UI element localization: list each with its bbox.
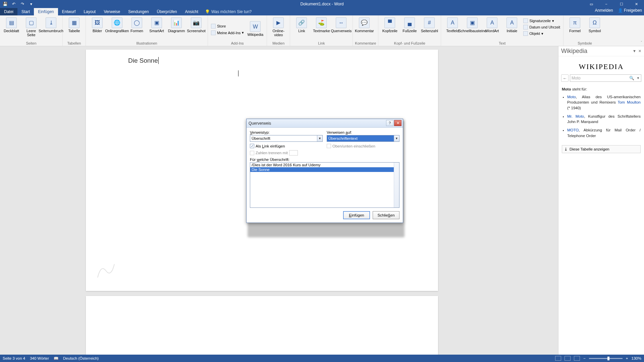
wikipedia-pane: Wikipedia ▼ ✕ WIKIPEDIA ← Moto 🔍 ▼ Moto …: [558, 46, 644, 355]
undo-icon[interactable]: ↶: [11, 1, 17, 7]
document-heading[interactable]: Die Sonne: [128, 57, 159, 64]
datum-uhrzeit-button[interactable]: Datum und Uhrzeit: [522, 24, 561, 30]
pane-close-icon[interactable]: ✕: [638, 49, 641, 53]
save-icon[interactable]: 💾: [2, 1, 8, 7]
schnellbausteine-button[interactable]: ▣Schnellbausteine: [463, 16, 482, 33]
fusszeile-button[interactable]: ▄Fußzeile: [400, 16, 419, 33]
wiki-link[interactable]: Mr. Moto: [567, 114, 584, 118]
formel-button[interactable]: πFormel: [566, 16, 584, 33]
status-page[interactable]: Seite 3 von 4: [3, 356, 25, 360]
wiki-link[interactable]: Tom Moulton: [618, 100, 641, 104]
wiki-link[interactable]: Moto: [567, 95, 576, 99]
tab-entwurf[interactable]: Entwurf: [58, 8, 80, 15]
dialog-help-icon[interactable]: ?: [386, 120, 393, 126]
einfuegen-button[interactable]: Einfügen: [343, 211, 370, 219]
status-language[interactable]: Deutsch (Österreich): [63, 356, 99, 360]
checkbox-checked-icon: ✓: [250, 144, 254, 148]
tab-einfuegen[interactable]: Einfügen: [34, 8, 58, 15]
minimize-icon[interactable]: −: [599, 0, 614, 8]
collapse-ribbon-icon[interactable]: ˇ: [641, 41, 642, 45]
onlinevideo-button[interactable]: ▶Online-video: [269, 16, 288, 37]
print-layout-icon[interactable]: [565, 356, 571, 361]
tab-start[interactable]: Start: [17, 8, 34, 15]
screenshot-button[interactable]: 📷Screenshot: [187, 16, 206, 33]
wiki-search-input[interactable]: Moto 🔍 ▼: [570, 74, 641, 82]
symbol-button[interactable]: ΩSymbol: [585, 16, 604, 33]
als-link-checkbox[interactable]: ✓Als Link einfügen: [250, 144, 323, 148]
hyperlink-icon: 🔗: [296, 17, 307, 28]
tabelle-button[interactable]: ▦Tabelle: [65, 16, 84, 33]
ribbon-group-medien: ▶Online-video Medien: [267, 15, 290, 46]
read-mode-icon[interactable]: [555, 356, 561, 361]
objekt-button[interactable]: Objekt ▾: [522, 31, 561, 36]
group-label-medien: Medien: [269, 41, 288, 46]
statusbar: Seite 3 von 4 340 Wörter 📖 Deutsch (Öste…: [0, 355, 644, 362]
wikipedia-icon: W: [250, 21, 261, 32]
wikipedia-button[interactable]: WWikipedia: [246, 20, 265, 37]
zoom-level[interactable]: 130%: [632, 356, 641, 360]
verweistyp-combo[interactable]: Überschrift▼: [250, 135, 323, 142]
querverweis-button[interactable]: ↔Querverweis: [332, 16, 351, 33]
checkbox-icon: [327, 144, 331, 148]
wiki-show-table-button[interactable]: ⤓ Diese Tabelle anzeigen: [562, 145, 641, 153]
search-icon[interactable]: 🔍: [629, 76, 634, 80]
signin-link[interactable]: Anmelden: [595, 8, 613, 13]
dialog-titlebar[interactable]: Querverweis ? ✕: [247, 119, 403, 128]
initiale-button[interactable]: AInitiale: [502, 16, 521, 33]
zoom-out-icon[interactable]: −: [583, 356, 586, 360]
seitenzahl-button[interactable]: #Seitenzahl: [420, 16, 439, 33]
tab-layout[interactable]: Layout: [79, 8, 100, 15]
list-item[interactable]: Die Sonne: [250, 167, 399, 172]
qat-customize-icon[interactable]: ▾: [28, 1, 34, 7]
tab-verweise[interactable]: Verweise: [100, 8, 124, 15]
ribbon-group-kommentare: 💬Kommentar Kommentare: [353, 15, 378, 46]
pane-options-icon[interactable]: ▼: [633, 49, 636, 53]
redo-icon[interactable]: ↷: [19, 1, 25, 7]
heading-listbox[interactable]: /Dies ist der Word 2016 Kurs auf Udemy D…: [250, 162, 399, 208]
verweisen-auf-combo[interactable]: Überschriftentext▼: [327, 135, 399, 142]
chevron-down-icon[interactable]: ▼: [637, 76, 640, 80]
link-button[interactable]: 🔗Link: [292, 16, 311, 33]
status-words[interactable]: 340 Wörter: [30, 356, 49, 360]
chevron-down-icon[interactable]: ▼: [394, 135, 399, 141]
schliessen-button[interactable]: Schließen: [373, 211, 399, 219]
wiki-link[interactable]: MOTO: [567, 128, 579, 132]
deckblatt-button[interactable]: ▤Deckblatt: [2, 16, 21, 33]
onlinegrafiken-button[interactable]: 🌐Onlinegrafiken: [108, 16, 126, 33]
list-item[interactable]: /Dies ist der Word 2016 Kurs auf Udemy: [250, 163, 399, 167]
diagramm-button[interactable]: 📊Diagramm: [167, 16, 186, 33]
close-icon[interactable]: ✕: [629, 0, 644, 8]
listbox-scrollbar[interactable]: [394, 163, 399, 207]
wikipedia-logo: WIKIPEDIA: [558, 62, 644, 71]
share-button[interactable]: 👤 Freigeben: [618, 8, 642, 13]
ribbon-display-options-icon[interactable]: ▭: [584, 0, 599, 8]
kopfzeile-button[interactable]: ▀Kopfzeile: [380, 16, 399, 33]
wordart-button[interactable]: AWordArt: [483, 16, 501, 33]
seitenumbruch-button[interactable]: ⤓Seitenumbruch: [42, 16, 60, 33]
store-button[interactable]: Store: [210, 23, 245, 29]
leere-seite-button[interactable]: ▢Leere Seite: [22, 16, 41, 37]
tab-file[interactable]: Datei: [0, 8, 17, 15]
zoom-in-icon[interactable]: +: [626, 356, 628, 360]
bilder-button[interactable]: 🖼Bilder: [88, 16, 107, 33]
web-layout-icon[interactable]: [574, 356, 580, 361]
table-icon: ▦: [69, 17, 79, 28]
tab-sendungen[interactable]: Sendungen: [124, 8, 153, 15]
zoom-slider[interactable]: [589, 358, 623, 359]
tell-me-search[interactable]: 💡 Was möchten Sie tun?: [205, 8, 252, 15]
formen-button[interactable]: ◯Formen: [127, 16, 146, 33]
meine-addins-button[interactable]: Meine Add-Ins ▾: [210, 30, 245, 36]
titlebar: 💾 ↶ ↷ ▾ Dokument1.docx - Word ▭ − ☐ ✕: [0, 0, 644, 8]
signaturzeile-button[interactable]: Signaturzeile ▾: [522, 18, 561, 23]
spellcheck-icon[interactable]: 📖: [54, 356, 58, 361]
chevron-down-icon[interactable]: ▼: [317, 135, 322, 141]
kommentar-button[interactable]: 💬Kommentar: [355, 16, 374, 33]
tab-ansicht[interactable]: Ansicht: [181, 8, 202, 15]
dialog-close-icon[interactable]: ✕: [394, 120, 401, 126]
maximize-icon[interactable]: ☐: [614, 0, 629, 8]
wiki-back-button[interactable]: ←: [561, 74, 569, 82]
textmarke-button[interactable]: ⛳Textmarke: [312, 16, 331, 33]
smartart-button[interactable]: ▣SmartArt: [147, 16, 166, 33]
tab-ueberpruefen[interactable]: Überprüfen: [153, 8, 181, 15]
document-page-next[interactable]: [86, 296, 438, 355]
